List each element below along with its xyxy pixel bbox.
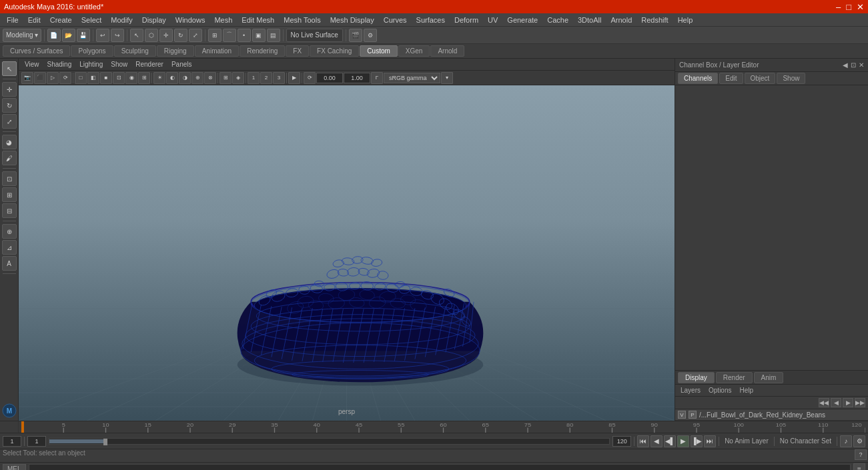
menu-help[interactable]: Help xyxy=(674,15,697,25)
frame-start-display[interactable] xyxy=(27,436,46,447)
vp-gamma-arrow[interactable]: ▾ xyxy=(441,72,453,84)
tab-custom[interactable]: Custom xyxy=(360,45,397,57)
scroll-next-button[interactable]: ▶ xyxy=(843,398,853,407)
timeline-ruler[interactable]: 5 10 15 20 29 35 40 45 55 60 6 xyxy=(19,421,868,433)
deselect-button[interactable]: ⊞ xyxy=(2,187,17,202)
scroll-left-button[interactable]: ◀◀ xyxy=(819,398,829,407)
menu-select[interactable]: Select xyxy=(77,15,106,25)
menu-generate[interactable]: Generate xyxy=(503,15,542,25)
help-menu[interactable]: Help xyxy=(737,386,756,395)
paint-button[interactable]: 🖌 xyxy=(2,151,17,165)
vp-shading5[interactable]: ◉ xyxy=(125,72,137,84)
tab-xgen[interactable]: XGen xyxy=(398,45,430,57)
render-settings-button[interactable]: ⚙ xyxy=(364,29,377,42)
vp-toggle1[interactable]: ⬛ xyxy=(34,72,46,84)
snap-point-button[interactable]: • xyxy=(238,29,251,42)
snap-surface-button[interactable]: ▤ xyxy=(267,29,280,42)
vp-shading2[interactable]: ◧ xyxy=(87,72,99,84)
go-to-end-button[interactable]: ⏭ xyxy=(704,435,716,447)
snap-align-button[interactable]: ⊕ xyxy=(2,224,17,239)
minimize-button[interactable]: – xyxy=(836,2,841,12)
rp-close-button[interactable]: ✕ xyxy=(859,61,864,69)
play-back-button[interactable]: ◀▌ xyxy=(664,435,676,447)
tab-polygons[interactable]: Polygons xyxy=(71,45,113,57)
menu-surfaces[interactable]: Surfaces xyxy=(412,15,449,25)
tab-anim[interactable]: Anim xyxy=(754,372,784,383)
layers-menu[interactable]: Layers xyxy=(678,386,703,395)
vp-menu-lighting[interactable]: Lighting xyxy=(76,60,106,69)
soft-select-button[interactable]: ◕ xyxy=(2,135,17,149)
snap-grid-button[interactable]: ⊞ xyxy=(208,29,222,42)
vp-light3[interactable]: ◑ xyxy=(179,72,191,84)
menu-edit[interactable]: Edit xyxy=(24,15,45,25)
snap-curve-button[interactable]: ⌒ xyxy=(223,29,236,42)
step-forward-button[interactable]: ▐▶ xyxy=(691,435,703,447)
mel-input[interactable] xyxy=(29,464,851,471)
vp-isolate[interactable]: ◈ xyxy=(232,72,244,84)
layer-visibility-toggle[interactable]: V xyxy=(678,411,686,419)
vp-shading4[interactable]: ⊡ xyxy=(113,72,125,84)
render-button[interactable]: 🎬 xyxy=(349,29,362,42)
vp-resolution2[interactable]: 2 xyxy=(260,72,272,84)
tab-fx[interactable]: FX xyxy=(286,45,309,57)
rp-collapse-button[interactable]: ◀ xyxy=(843,61,848,69)
vp-menu-panels[interactable]: Panels xyxy=(168,60,195,69)
menu-curves[interactable]: Curves xyxy=(380,15,411,25)
select-mode-button[interactable]: ↖ xyxy=(2,61,17,76)
menu-arnold[interactable]: Arnold xyxy=(606,15,636,25)
vp-toggle2[interactable]: ▷ xyxy=(47,72,59,84)
annotation-button[interactable]: A xyxy=(2,256,17,271)
window-controls[interactable]: – □ ✕ xyxy=(836,2,864,12)
mel-label[interactable]: MEL xyxy=(3,464,26,470)
audio-button[interactable]: ♪ xyxy=(840,435,852,447)
vp-value2[interactable] xyxy=(344,73,370,83)
rp-float-button[interactable]: ⊡ xyxy=(851,61,856,69)
maximize-button[interactable]: □ xyxy=(846,2,851,12)
menu-redshift[interactable]: Redshift xyxy=(637,15,672,25)
tab-rigging[interactable]: Rigging xyxy=(157,45,194,57)
scroll-right-button[interactable]: ▶▶ xyxy=(855,398,865,407)
lasso-tool-button[interactable]: ⬡ xyxy=(145,29,158,42)
vp-shading3[interactable]: ■ xyxy=(100,72,112,84)
menu-3dtoall[interactable]: 3DtoAll xyxy=(574,15,605,25)
vp-menu-show[interactable]: Show xyxy=(107,60,131,69)
invert-sel-button[interactable]: ⊟ xyxy=(2,203,17,218)
tab-rendering[interactable]: Rendering xyxy=(240,45,285,57)
timeline-area[interactable]: 5 10 15 20 29 35 40 45 55 60 6 xyxy=(0,421,868,433)
menu-mesh[interactable]: Mesh xyxy=(210,15,236,25)
vp-shading6[interactable]: ⊞ xyxy=(138,72,150,84)
go-to-start-button[interactable]: ⏮ xyxy=(637,435,649,447)
select-tool-button[interactable]: ↖ xyxy=(130,29,143,42)
vp-camera-button[interactable]: 📷 xyxy=(21,72,33,84)
range-bar[interactable] xyxy=(49,438,610,445)
playback-settings-button[interactable]: ⚙ xyxy=(853,435,865,447)
vp-light1[interactable]: ☀ xyxy=(153,72,165,84)
workspace-dropdown[interactable]: Modeling ▾ xyxy=(3,29,41,42)
close-button[interactable]: ✕ xyxy=(857,2,864,12)
tab-channels[interactable]: Channels xyxy=(678,73,718,84)
select-all-button[interactable]: ⊡ xyxy=(2,171,17,186)
layer-playback-toggle[interactable]: P xyxy=(689,411,697,419)
tab-animation[interactable]: Animation xyxy=(195,45,239,57)
viewport-3d[interactable]: X Y persp xyxy=(19,85,675,421)
move-tool-button[interactable]: ✛ xyxy=(159,29,173,42)
rotate-tool-button[interactable]: ↻ xyxy=(174,29,187,42)
tab-show[interactable]: Show xyxy=(777,73,805,84)
undo-button[interactable]: ↩ xyxy=(96,29,109,42)
menu-mesh-display[interactable]: Mesh Display xyxy=(326,15,378,25)
options-menu[interactable]: Options xyxy=(706,386,734,395)
tab-sculpting[interactable]: Sculpting xyxy=(114,45,156,57)
tab-object[interactable]: Object xyxy=(745,73,776,84)
menu-modify[interactable]: Modify xyxy=(107,15,136,25)
help-line-button[interactable]: ? xyxy=(855,449,867,460)
menu-edit-mesh[interactable]: Edit Mesh xyxy=(238,15,278,25)
vp-menu-renderer[interactable]: Renderer xyxy=(132,60,167,69)
script-editor-button[interactable]: ≡ xyxy=(853,463,865,471)
scale-mode-button[interactable]: ⤢ xyxy=(2,114,17,129)
menu-uv[interactable]: UV xyxy=(484,15,502,25)
step-back-button[interactable]: ◀ xyxy=(650,435,663,447)
current-frame-input[interactable] xyxy=(3,436,21,447)
menu-cache[interactable]: Cache xyxy=(543,15,572,25)
tab-render[interactable]: Render xyxy=(716,372,753,383)
menu-deform[interactable]: Deform xyxy=(450,15,482,25)
